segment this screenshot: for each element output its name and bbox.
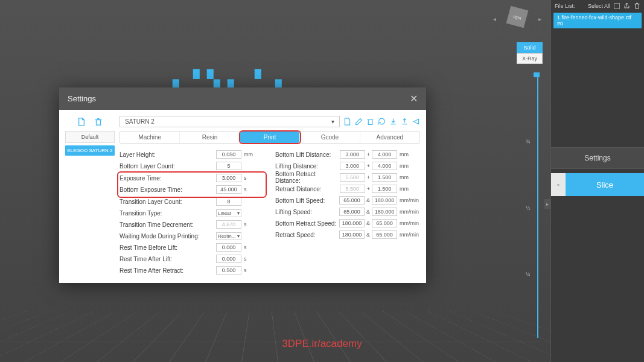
export-profile-icon[interactable] [401,118,409,125]
retract-speed-label: Retract Speed: [275,232,339,238]
lifting-speed-input-2[interactable] [372,208,397,216]
unit: s [241,175,264,181]
retract-speed-input-1[interactable] [339,230,365,239]
tab-gcode[interactable]: Gcode [300,132,360,143]
orientation-cube[interactable]: ◂ right ▸ [493,5,541,35]
share-icon[interactable] [412,118,420,125]
collapse-button[interactable]: - [551,173,566,196]
bottom-retract-speed-label: Bottom Retract Speed: [275,220,339,227]
rest-before-lift-input[interactable] [216,243,241,252]
rest-after-lift-label: Rest Time After Lift: [120,256,216,262]
rest-after-retract-input[interactable] [216,266,241,275]
ruler-mark: ½ [526,205,531,211]
bottom-lift-speed-label: Bottom Lift Speed: [275,197,339,204]
bottom-retract-speed-input-2[interactable] [372,219,397,227]
layer-height-input[interactable] [216,150,241,159]
delete-preset-icon[interactable] [94,118,103,126]
bottom-layer-count-input[interactable] [216,162,241,170]
export-icon[interactable] [623,2,630,9]
file-list-header: File List: Select All [551,0,644,11]
transition-layer-count-input[interactable] [216,197,241,206]
preset-sidebar: Default ELEGOO SATURN 2 [65,116,115,277]
bottom-lift-distance-input-1[interactable] [340,150,365,159]
unit: s [241,267,264,273]
chevron-down-icon: ▾ [237,211,240,216]
bottom-retract-distance-input-2[interactable] [372,173,397,182]
model-silhouette: ▗▝▚▖▝▗ [166,69,289,89]
retract-distance-input-1[interactable] [340,185,365,193]
tab-machine[interactable]: Machine [120,132,180,143]
retract-distance-input-2[interactable] [372,185,397,193]
profile-selected: SATURN 2 [125,118,155,125]
new-profile-icon[interactable] [343,118,351,125]
transition-time-decrement-label: Transition Time Decrement: [120,221,216,228]
retract-distance-label: Retract Distance: [275,186,340,192]
lifting-distance-label: Lifting Distance: [275,163,340,170]
preset-item[interactable]: ELEGOO SATURN 2 [65,145,115,156]
lifting-speed-label: Lifting Speed: [275,209,339,215]
file-list-item[interactable]: 1.fire-fennec-fox-wild-shape.ctf #0 [553,13,642,28]
transition-type-label: Transition Type: [120,210,216,217]
exposure-time-input[interactable] [216,174,241,182]
retract-speed-input-2[interactable] [372,230,397,239]
transition-time-decrement-input[interactable] [216,220,241,229]
slice-button[interactable]: Slice [566,173,644,196]
default-preset-button[interactable]: Default [65,131,115,143]
slider-handle[interactable] [534,72,540,77]
unit: s [241,221,264,227]
panel-collapse-handle[interactable]: ▸ [544,199,550,209]
settings-panel-button[interactable]: Settings [551,147,644,169]
bottom-lift-speed-input-2[interactable] [372,196,397,205]
chevron-down-icon: ▾ [237,233,240,239]
waiting-mode-label: Waiting Mode During Printing: [120,233,216,240]
unit: s [241,186,264,192]
view-xray-button[interactable]: X-Ray [517,53,543,64]
profile-dropdown[interactable]: SATURN 2 ▾ [120,116,340,127]
tab-resin[interactable]: Resin [180,132,240,143]
modal-title: Settings [68,94,96,103]
layer-slider[interactable]: ¾ ½ ¼ [532,72,543,338]
watermark: 3DPE.ir/academy [282,338,362,350]
delete-icon[interactable] [634,2,640,9]
select-all-checkbox[interactable] [614,3,620,9]
new-preset-icon[interactable] [77,118,86,126]
view-solid-button[interactable]: Solid [517,42,543,53]
transition-type-dropdown[interactable]: Linear▾ [216,209,241,217]
bottom-lift-speed-input-1[interactable] [339,196,365,205]
bottom-retract-distance-label: Bottom Retract Distance: [275,171,340,184]
bottom-exposure-time-input[interactable] [216,185,241,194]
file-list-label: File List: [555,3,575,9]
bottom-lift-distance-label: Bottom Lift Distance: [275,151,340,158]
refresh-icon[interactable] [378,118,386,125]
rest-after-lift-input[interactable] [216,255,241,263]
lifting-speed-input-1[interactable] [339,208,365,216]
cube-rotate-right-icon[interactable]: ▸ [538,16,541,22]
bottom-layer-count-label: Bottom Layer Count: [120,163,216,170]
right-panel: File List: Select All 1.fire-fennec-fox-… [550,0,644,362]
bottom-lift-distance-input-2[interactable] [372,150,397,159]
tab-advanced[interactable]: Advanced [360,132,419,143]
bottom-retract-distance-input-1[interactable] [340,173,365,182]
exposure-time-label: Exposure Time: [120,175,216,182]
ruler-mark: ¾ [526,139,531,145]
ground-grid [0,311,644,362]
rest-before-lift-label: Rest Time Before Lift: [120,244,216,251]
lifting-distance-input-1[interactable] [340,162,365,170]
chevron-down-icon: ▾ [331,118,334,125]
transition-layer-count-label: Transition Layer Count: [120,198,216,205]
layer-height-label: Layer Height: [120,151,216,158]
bottom-retract-speed-input-1[interactable] [339,219,365,227]
unit: s [241,244,264,250]
unit: mm [241,151,264,157]
delete-profile-icon[interactable] [366,118,374,125]
edit-profile-icon[interactable] [355,118,363,125]
unit: s [241,256,264,262]
close-icon[interactable]: ✕ [410,93,418,104]
settings-modal: Settings ✕ Default ELEGOO SATURN 2 SATUR… [59,87,426,283]
cube-face[interactable]: right [506,6,529,28]
lifting-distance-input-2[interactable] [372,162,397,170]
waiting-mode-dropdown[interactable]: Restin...▾ [216,232,241,240]
tab-print[interactable]: Print [240,132,300,143]
cube-rotate-left-icon[interactable]: ◂ [493,16,496,22]
import-icon[interactable] [389,118,397,125]
